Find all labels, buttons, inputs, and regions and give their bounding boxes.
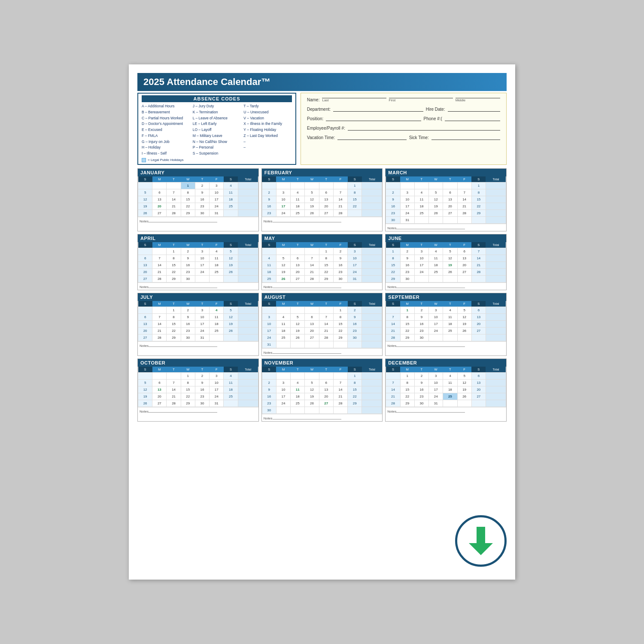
day-cell-5-1-0: 5 bbox=[138, 379, 152, 386]
notes-june: Notes bbox=[386, 283, 506, 290]
position-line[interactable] bbox=[326, 115, 421, 121]
sick-line[interactable] bbox=[431, 134, 500, 140]
day-cell-empty-3-7 bbox=[486, 393, 506, 400]
day-cell-empty-4-7 bbox=[486, 400, 506, 407]
day-cell-30-4-3: 30 bbox=[181, 275, 195, 282]
day-cell-empty-5-6 bbox=[471, 216, 486, 223]
day-cell-24-4-1: 24 bbox=[276, 400, 290, 407]
day-cell-17-3-0: 17 bbox=[262, 327, 276, 334]
day-cell-empty-2-7 bbox=[362, 261, 382, 268]
dept-line[interactable] bbox=[333, 106, 423, 112]
week-row-2: 13141516171819 bbox=[138, 320, 258, 327]
day-cell-empty-0-7 bbox=[238, 248, 258, 255]
col-header-S-6: S bbox=[224, 242, 238, 248]
week-row-2: 11121314151617 bbox=[262, 261, 382, 268]
day-cell-empty-0-3 bbox=[429, 182, 443, 189]
notes-line[interactable] bbox=[273, 284, 341, 288]
absence-codes-grid: A – Additional HoursJ – Jury DutyT – Tar… bbox=[142, 103, 292, 156]
absence-codes-section: ABSENCE CODES A – Additional HoursJ – Ju… bbox=[137, 93, 296, 165]
month-header-june: JUNE bbox=[386, 234, 506, 242]
notes-line[interactable] bbox=[273, 349, 341, 354]
day-cell-7-1-4: 7 bbox=[319, 313, 333, 320]
week-row-4: 23242526272829 bbox=[386, 210, 506, 216]
day-cell-empty-0-1 bbox=[276, 248, 290, 255]
day-cell-13-2-0: 13 bbox=[138, 320, 152, 327]
week-row-0: 123456 bbox=[386, 307, 506, 313]
notes-line[interactable] bbox=[273, 415, 341, 419]
day-cell-27-3-5: 27 bbox=[457, 268, 471, 275]
notes-line[interactable] bbox=[273, 218, 341, 222]
week-row-4: 24252627282930 bbox=[262, 334, 382, 341]
day-cell-27-4-0: 27 bbox=[138, 334, 152, 341]
notes-label: Notes bbox=[264, 351, 273, 355]
day-cell-22-3-0: 22 bbox=[386, 268, 400, 275]
week-row-1: 45678910 bbox=[262, 255, 382, 261]
download-overlay[interactable] bbox=[455, 515, 507, 567]
cal-table-november: SMTWTFSTotal1234567891011121314151617181… bbox=[262, 367, 383, 414]
col-header-S-0: S bbox=[262, 367, 276, 373]
hire-label: Hire Date: bbox=[426, 107, 445, 112]
day-cell-26-4-0: 26 bbox=[138, 210, 152, 216]
col-header-M-1: M bbox=[276, 176, 290, 182]
col-header-T-2: T bbox=[167, 176, 181, 182]
day-cell-14-2-1: 14 bbox=[152, 261, 167, 268]
phone-line[interactable] bbox=[445, 115, 500, 121]
notes-line[interactable] bbox=[149, 284, 217, 288]
absence-code-col2-5: M – Military Leave bbox=[193, 133, 241, 139]
day-cell-4-1-0: 4 bbox=[262, 255, 276, 261]
day-cell-7-0-6: 7 bbox=[471, 248, 486, 255]
day-cell-3-0-3: 3 bbox=[429, 372, 443, 379]
day-cell-8-1-6: 8 bbox=[348, 379, 362, 386]
day-cell-26-4-1: 26 bbox=[276, 275, 290, 282]
day-cell-17-2-4: 17 bbox=[195, 320, 209, 327]
day-cell-6-0-5: 6 bbox=[457, 248, 471, 255]
notes-november: Notes bbox=[262, 414, 383, 421]
notes-line[interactable] bbox=[396, 343, 465, 347]
day-cell-empty-2-7 bbox=[238, 261, 258, 268]
day-cell-empty-1-7 bbox=[362, 255, 382, 261]
week-row-3: 20212223242526 bbox=[138, 327, 258, 334]
day-cell-empty-0-0 bbox=[262, 307, 276, 313]
day-cell-10-2-1: 10 bbox=[276, 196, 290, 203]
month-header-march: MARCH bbox=[386, 169, 506, 176]
day-cell-7-1-2: 7 bbox=[167, 379, 181, 386]
day-cell-11-1-5: 11 bbox=[210, 313, 224, 320]
col-header-W-3: W bbox=[181, 367, 195, 373]
notes-line[interactable] bbox=[149, 218, 217, 222]
notes-line[interactable] bbox=[396, 225, 465, 229]
day-cell-empty-0-1 bbox=[152, 182, 167, 189]
week-row-1: 78910111213 bbox=[386, 313, 506, 320]
notes-line[interactable] bbox=[396, 284, 465, 288]
month-header-december: DECEMBER bbox=[386, 359, 506, 367]
notes-line[interactable] bbox=[149, 408, 217, 413]
day-cell-empty-0-3 bbox=[305, 307, 319, 313]
col-header-T-2: T bbox=[291, 176, 305, 182]
day-cell-3-0-5: 3 bbox=[210, 372, 224, 379]
col-header-F-5: F bbox=[333, 176, 347, 182]
hire-line[interactable] bbox=[448, 106, 500, 112]
day-cell-27-4-4: 27 bbox=[319, 400, 333, 407]
day-cell-1-0-3: 1 bbox=[181, 372, 195, 379]
notes-line[interactable] bbox=[149, 343, 217, 347]
day-cell-1-0-4: 1 bbox=[319, 248, 333, 255]
cal-table-april: SMTWTFSTotal1234567891011121314151617181… bbox=[138, 242, 258, 283]
day-cell-10-1-4: 10 bbox=[195, 255, 209, 261]
day-cell-21-3-2: 21 bbox=[167, 203, 181, 210]
notes-line[interactable] bbox=[396, 408, 465, 413]
day-cell-19-3-0: 19 bbox=[138, 203, 152, 210]
col-header-F-5: F bbox=[457, 301, 471, 307]
day-cell-7-1-5: 7 bbox=[333, 189, 347, 196]
day-cell-28-4-5: 28 bbox=[333, 400, 347, 407]
col-header-T-4: T bbox=[195, 367, 209, 373]
download-circle[interactable] bbox=[455, 515, 507, 567]
day-cell-28-4-2: 28 bbox=[167, 400, 181, 407]
vac-line[interactable] bbox=[337, 134, 406, 140]
day-cell-empty-0-7 bbox=[486, 307, 506, 313]
emp-line[interactable] bbox=[348, 125, 500, 131]
week-row-1: 567891011 bbox=[138, 189, 258, 196]
absence-code-col1-1: B – Bereavement bbox=[142, 109, 190, 115]
col-header-S-6: S bbox=[224, 176, 238, 182]
day-cell-13-2-4: 13 bbox=[319, 196, 333, 203]
day-cell-15-2-3: 15 bbox=[181, 386, 195, 393]
day-cell-empty-4-6 bbox=[224, 275, 238, 282]
